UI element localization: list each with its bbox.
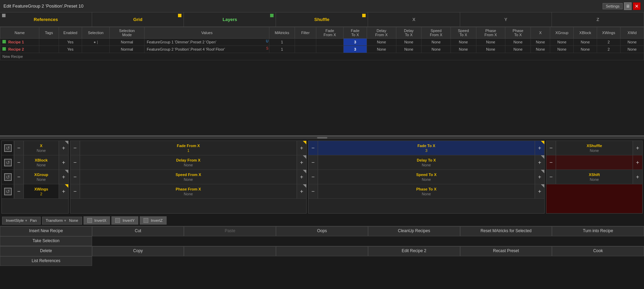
settings-button[interactable]: Settings [603, 3, 623, 9]
param-minus-xshift[interactable]: − [546, 170, 556, 184]
param-content-xwings: XWings 2 [24, 187, 59, 196]
param-row-delay-to-x: − Delay To X None + [308, 155, 544, 170]
param-minus-speed-from-x[interactable]: − [70, 170, 80, 184]
param-plus-empty[interactable]: + [633, 155, 642, 169]
invert-x-button[interactable]: InvertX [83, 216, 110, 225]
param-content-speed-to-x: Speed To X None [318, 173, 535, 182]
cut-button[interactable]: Cut [92, 226, 184, 236]
param-minus-fade-to-x[interactable]: − [308, 141, 318, 155]
param-content-x: X None [24, 144, 59, 153]
splitter[interactable] [0, 136, 644, 139]
param-minus-xgroup[interactable]: − [14, 170, 24, 184]
paste-button[interactable]: Paste [184, 226, 276, 236]
cleanup-recipes-button[interactable]: CleanUp Recipes [368, 226, 460, 236]
insert-new-recipe-button[interactable]: Insert New Recipe [0, 226, 92, 236]
param-content-delay-to-x: Delay To X None [318, 158, 535, 167]
param-plus-xshuffle[interactable]: + [633, 141, 642, 155]
tab-y[interactable]: Y [460, 12, 552, 27]
cell-selection: ● | [82, 39, 109, 46]
param-plus-xblock[interactable]: + [59, 155, 68, 169]
cell-fade-to-x: 3 [344, 39, 367, 46]
param-minus-empty[interactable]: − [546, 155, 556, 169]
param-plus-xshift[interactable]: + [633, 170, 642, 184]
cook-button[interactable]: Cook [552, 246, 644, 256]
cell-sel-mode: Normal [109, 46, 145, 53]
tab-layers[interactable]: Layers [184, 12, 276, 27]
monitor-icon[interactable]: 🖥 [624, 2, 632, 10]
close-button[interactable]: ✕ [633, 2, 641, 10]
param-row-phase-to-x: − Phase To X None + [308, 184, 544, 199]
invert-z-button[interactable]: InvertZ [140, 216, 166, 225]
cell-delay-to-x: None [396, 39, 422, 46]
param-label-fade-from-x: Fade From X [177, 144, 200, 148]
param-value-delay-to-x: None [422, 163, 431, 167]
table-row-new[interactable]: New Recipe [0, 53, 644, 60]
param-label-phase-from-x: Phase From X [176, 187, 201, 191]
param-label-x: X [40, 144, 42, 148]
tab-references[interactable]: References [0, 12, 92, 27]
corner-marker-xwings [65, 184, 68, 188]
param-row-xgroup: ↺ − XGroup None + [2, 170, 68, 184]
param-minus-xblock[interactable]: − [14, 155, 24, 169]
invert-x-label: InvertX [95, 218, 107, 223]
cell-xwid: None [620, 46, 644, 53]
edit-recipe-2-button[interactable]: Edit Recipe 2 [368, 246, 460, 256]
corner-marker-fade-from-x [303, 141, 306, 144]
title-controls: Settings 🖥 ✕ [603, 2, 641, 10]
param-minus-xshuffle[interactable]: − [546, 141, 556, 155]
cell-values: U FeatureGroup 1 'Dimmer'.Preset 2 'Open… [145, 39, 269, 46]
param-minus-delay-to-x[interactable]: − [308, 155, 318, 169]
param-value-fade-from-x: 1 [187, 148, 189, 153]
cell-x: None [531, 46, 550, 53]
tab-z[interactable]: Z [552, 12, 644, 27]
splitter-handle [317, 137, 327, 138]
list-references-button[interactable]: List References [0, 256, 92, 266]
param-row-xshuffle: − XShuffle None + [546, 141, 642, 155]
param-minus-delay-from-x[interactable]: − [70, 155, 80, 169]
param-minus-speed-to-x[interactable]: − [308, 170, 318, 184]
invert-style-button[interactable]: InvertStyle ▾ Pan [2, 217, 41, 225]
tab-grid[interactable]: Grid [92, 12, 184, 27]
cell-name: Recipe 2 [0, 46, 39, 53]
red-panel-area [546, 184, 642, 213]
table-row[interactable]: Recipe 2 Yes Normal S FeatureGroup 2 'Po… [0, 46, 644, 53]
param-icon-xgroup: ↺ [2, 170, 14, 184]
recast-preset-button[interactable]: Recast Preset [460, 246, 552, 256]
param-content-fade-to-x: Fade To X 3 [318, 144, 535, 153]
take-selection-button[interactable]: Take Selection [0, 236, 92, 246]
param-value-xshuffle: None [590, 148, 599, 153]
param-minus-phase-from-x[interactable]: − [70, 184, 80, 198]
invert-y-button[interactable]: InvertY [111, 216, 138, 225]
copy-button[interactable]: Copy [92, 246, 184, 256]
param-minus-fade-from-x[interactable]: − [70, 141, 80, 155]
tab-shuffle[interactable]: Shuffle [276, 12, 368, 27]
param-minus-phase-to-x[interactable]: − [308, 184, 318, 198]
transform-value: None [69, 218, 78, 223]
cell-xwings: 2 [597, 46, 621, 53]
turn-into-recipe-button[interactable]: Turn into Recipe [552, 226, 644, 236]
col-selection: Selection [82, 27, 109, 39]
col-xwings: XWings [597, 27, 621, 39]
cell-phase-to-x: None [505, 46, 531, 53]
col-xblock: XBlock [574, 27, 597, 39]
invert-z-icon [143, 218, 148, 223]
param-content-phase-from-x: Phase From X None [80, 187, 297, 196]
param-minus-xwings[interactable]: − [14, 184, 24, 198]
param-minus-x[interactable]: − [14, 141, 24, 155]
oops-button[interactable]: Oops [276, 226, 368, 236]
table-row[interactable]: Recipe 1 Yes ● | Normal U FeatureGroup 1… [0, 39, 644, 46]
col-phase-to-x: PhaseTo X [505, 27, 531, 39]
col-speed-to-x: SpeedTo X [451, 27, 476, 39]
reset-matricks-button[interactable]: Reset MAtricks for Selected [460, 226, 552, 236]
param-value-fade-to-x: 3 [425, 148, 427, 153]
transform-button[interactable]: Transform ▾ None [42, 217, 82, 225]
param-row-xwings: ↺ − XWings 2 + [2, 184, 68, 199]
param-icon-xblock: ↺ [2, 155, 14, 169]
cell-enabled: Yes [59, 39, 82, 46]
param-row-fade-from-x: − Fade From X 1 + [70, 141, 306, 155]
corner-marker-phase-from-x [303, 184, 306, 188]
param-icon-xwings: ↺ [2, 184, 14, 198]
delete-button[interactable]: Delete [0, 246, 92, 256]
tab-x[interactable]: X [368, 12, 460, 27]
param-label-xshuffle: XShuffle [587, 144, 602, 148]
